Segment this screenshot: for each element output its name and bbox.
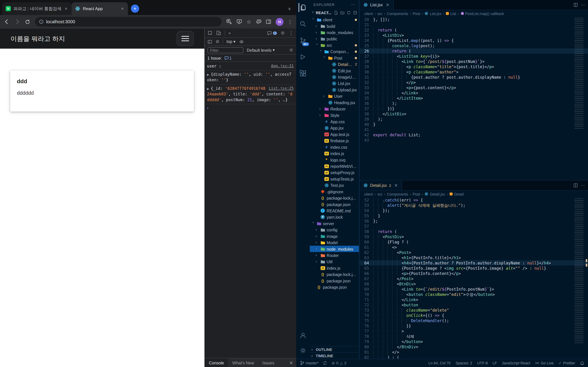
tree-item-index-js[interactable]: JSindex.js <box>310 150 359 156</box>
expand-caret-icon[interactable]: ▶ <box>207 73 209 76</box>
side-panel-icon[interactable] <box>266 19 271 25</box>
tree-item-yarn-lock[interactable]: Yyarn.lock <box>310 214 359 220</box>
code-editor-list-jsx[interactable]: 20}, []);2122 return (23 <ListDiv>24 {Po… <box>360 17 588 180</box>
breadcrumb-item[interactable]: Components <box>387 192 408 196</box>
tab-close-icon[interactable]: × <box>386 2 389 8</box>
device-toolbar-icon[interactable] <box>216 30 221 36</box>
run-debug-icon[interactable] <box>299 52 307 61</box>
code-line-31[interactable]: 31 {post.author ? post.author.displayNam… <box>360 75 588 80</box>
tree-item-app-test-js[interactable]: JSApp.test.js <box>310 131 359 137</box>
code-line-66[interactable]: 66 <p>{PostInfo.content}</p> <box>360 271 588 276</box>
tree-item-gitignore[interactable]: .gitignore <box>310 188 359 195</box>
code-line-70[interactable]: 70 <button className="edit">수정</button> <box>360 292 588 297</box>
tree-item-config[interactable]: ›config <box>310 226 359 233</box>
tree-item-router[interactable]: ›Router <box>310 252 359 258</box>
tree-item-readme-md[interactable]: iREADME.md <box>310 208 359 214</box>
code-line-40[interactable]: 40} <box>360 122 588 127</box>
go-live-button[interactable]: Go Live <box>535 361 554 365</box>
notifications-bell-icon[interactable] <box>580 361 584 366</box>
code-line-73[interactable]: 73 className="delete" <box>360 307 588 313</box>
git-branch-item[interactable]: master* <box>300 361 319 366</box>
issues-chip[interactable]: 1 <box>224 56 232 60</box>
tree-item-heading-jsx[interactable]: Heading.jsx <box>310 99 359 106</box>
code-line-37[interactable]: 37 })} <box>360 106 588 111</box>
browser-tab-react-app[interactable]: React App × <box>72 2 128 15</box>
refresh-icon[interactable] <box>346 10 351 15</box>
tree-item-logo-svg[interactable]: *logo.svg <box>310 157 359 163</box>
console-sidebar-icon[interactable] <box>207 39 212 44</box>
tree-item-test-jsx[interactable]: Test.jsx <box>310 182 359 188</box>
breadcrumb-item[interactable]: List.jsx <box>430 11 441 16</box>
browser-menu-kebab-icon[interactable]: ⋮ <box>288 19 293 25</box>
tree-item-reducer[interactable]: ›Reducer <box>310 106 359 112</box>
code-line-69[interactable]: 69 <Link to={`/edit/${PostInfo.postNum}`… <box>360 286 588 292</box>
code-line-82[interactable]: 82 ) : ( <box>360 355 588 359</box>
code-line-76[interactable]: 76 }} <box>360 323 588 328</box>
tab-whats-new[interactable]: What's New <box>228 359 258 367</box>
editor-more-actions-icon[interactable]: ⋯ <box>581 183 585 188</box>
code-line-43[interactable]: 43 <box>360 137 588 143</box>
code-line-59[interactable]: 59 <PostDiv> <box>360 234 588 239</box>
code-line-81[interactable]: 81 </> <box>360 349 588 355</box>
breadcrumb-item[interactable]: Components <box>387 11 408 16</box>
tree-item-public[interactable]: ›public <box>310 36 359 42</box>
code-line-26[interactable]: 26 return ( <box>360 48 588 53</box>
tree-item-upload-jsx[interactable]: Upload.jsx <box>310 86 359 93</box>
timeline-section[interactable]: › TIMELINE <box>310 352 359 359</box>
code-editor-detail-jsx[interactable]: 52 .catch((err) => {53 alert("게시글 삭제에 실패… <box>360 197 588 359</box>
code-line-30[interactable]: 30 <p className="author"> <box>360 69 588 75</box>
minimap[interactable] <box>575 18 583 130</box>
encoding[interactable]: UTF-8 <box>477 361 488 365</box>
collapse-all-icon[interactable] <box>353 10 357 15</box>
breadcrumb-item[interactable]: Post <box>413 192 420 196</box>
expand-caret-icon[interactable]: ▶ <box>207 87 209 91</box>
code-line-28[interactable]: 28 <Link to={`/post/${post.postNum}`}> <box>360 59 588 64</box>
code-line-32[interactable]: 32 </p> <box>360 80 588 85</box>
tab-close-icon[interactable]: × <box>394 183 398 188</box>
breadcrumb-item[interactable]: Detail.jsx <box>430 192 445 196</box>
explorer-more-actions-icon[interactable]: ⋯ <box>351 2 355 7</box>
code-line-36[interactable]: 36 ); <box>360 101 588 106</box>
tree-item-node-modules[interactable]: ›node_modules <box>310 29 359 35</box>
hamburger-menu-button[interactable] <box>177 31 194 46</box>
tree-item-firebase-js[interactable]: JSfirebase.js <box>310 137 359 144</box>
breadcrumb-item[interactable]: Post <box>413 11 420 16</box>
browser-tab-naver[interactable]: N 파파고 : 네이버 통합검색 × <box>2 2 72 15</box>
console-settings-gear-icon[interactable] <box>289 48 294 52</box>
clear-console-icon[interactable]: ⊘ <box>216 39 219 44</box>
split-editor-icon[interactable] <box>573 3 578 7</box>
site-info-icon[interactable] <box>39 19 43 24</box>
issues-bar[interactable]: 1 Issue: 1 <box>205 55 296 62</box>
code-line-21[interactable]: 21 <box>360 22 588 27</box>
sync-button[interactable] <box>323 361 327 365</box>
tree-item-index-css[interactable]: #index.css <box>310 144 359 150</box>
code-line-20[interactable]: 20}, []); <box>360 17 588 22</box>
forward-button[interactable] <box>14 19 20 25</box>
minimap[interactable] <box>575 198 583 344</box>
code-line-29[interactable]: 29 <p className="title">{post.title}</p> <box>360 64 588 69</box>
tree-item-package-lock-j[interactable]: {}package-lock.j... <box>310 271 359 277</box>
code-line-38[interactable]: 38 </ListDiv> <box>360 111 588 117</box>
breadcrumb-item[interactable]: src <box>377 11 382 16</box>
tree-item-package-json[interactable]: {}package.json <box>310 201 359 208</box>
tree-item-imageuplo[interactable]: ImageUplo... <box>310 74 359 80</box>
address-bar[interactable]: localhost:3000 <box>35 17 222 26</box>
log-levels-dropdown[interactable]: Default levels ▾ <box>247 48 275 52</box>
new-tab-button[interactable]: + <box>131 5 139 13</box>
new-folder-icon[interactable] <box>340 10 345 15</box>
tree-item-list-jsx[interactable]: List.jsx <box>310 80 359 86</box>
breadcrumb-item[interactable]: Detail <box>454 192 464 196</box>
post-card[interactable]: ddd dddddd <box>10 70 194 112</box>
inspect-element-icon[interactable] <box>207 30 213 36</box>
tree-item-package-json[interactable]: {}package.json <box>310 284 359 290</box>
tree-item-edit-jsx[interactable]: Edit.jsx <box>310 67 359 74</box>
code-line-79[interactable]: 79 </button> <box>360 339 588 344</box>
problems-item[interactable]: ⊘ 0 △ 2 <box>332 361 346 365</box>
more-panels-icon[interactable]: » <box>228 31 231 35</box>
tree-item-setupproxy-js[interactable]: JSsetupProxy.js <box>310 169 359 176</box>
tree-item-src[interactable]: ›src <box>310 42 359 48</box>
code-line-23[interactable]: 23 <ListDiv> <box>360 33 588 38</box>
breadcrumb-item[interactable]: src <box>377 192 382 196</box>
language-mode[interactable]: JavaScript React <box>502 361 530 365</box>
code-line-65[interactable]: 65 {PostInfo.image ? <img src={PostInfo.… <box>360 266 588 271</box>
